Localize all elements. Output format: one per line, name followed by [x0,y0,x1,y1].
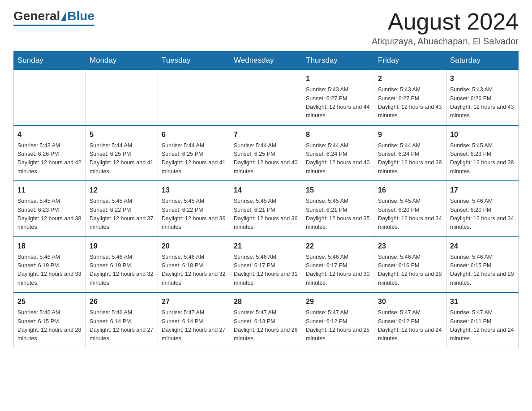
day-info: Sunrise: 5:45 AMSunset: 6:20 PMDaylight:… [378,197,442,232]
calendar-cell: 18Sunrise: 5:46 AMSunset: 6:19 PMDayligh… [14,237,86,293]
day-info: Sunrise: 5:45 AMSunset: 6:21 PMDaylight:… [306,197,370,232]
day-number: 10 [450,129,515,140]
day-info: Sunrise: 5:44 AMSunset: 6:25 PMDaylight:… [234,141,298,176]
day-info: Sunrise: 5:45 AMSunset: 6:22 PMDaylight:… [90,197,154,232]
logo-underline [13,25,94,26]
day-info: Sunrise: 5:47 AMSunset: 6:13 PMDaylight:… [234,308,298,343]
logo-general-text: General [13,9,60,23]
day-info: Sunrise: 5:46 AMSunset: 6:14 PMDaylight:… [90,308,154,343]
day-number: 9 [378,129,442,140]
day-info: Sunrise: 5:46 AMSunset: 6:17 PMDaylight:… [234,253,298,288]
calendar-cell: 4Sunrise: 5:43 AMSunset: 6:26 PMDaylight… [14,125,86,181]
day-info: Sunrise: 5:46 AMSunset: 6:16 PMDaylight:… [378,253,442,288]
calendar-cell: 17Sunrise: 5:46 AMSunset: 6:20 PMDayligh… [446,181,519,237]
day-number: 11 [17,185,82,196]
calendar-cell: 9Sunrise: 5:44 AMSunset: 6:24 PMDaylight… [374,125,446,181]
calendar-cell [86,70,158,125]
day-info: Sunrise: 5:44 AMSunset: 6:25 PMDaylight:… [90,141,154,176]
day-info: Sunrise: 5:44 AMSunset: 6:24 PMDaylight:… [378,141,442,176]
day-number: 27 [162,296,226,307]
calendar-cell: 5Sunrise: 5:44 AMSunset: 6:25 PMDaylight… [86,125,158,181]
calendar-cell: 15Sunrise: 5:45 AMSunset: 6:21 PMDayligh… [302,181,374,237]
day-info: Sunrise: 5:45 AMSunset: 6:23 PMDaylight:… [17,197,82,232]
calendar-cell: 8Sunrise: 5:44 AMSunset: 6:24 PMDaylight… [302,125,374,181]
calendar-cell: 16Sunrise: 5:45 AMSunset: 6:20 PMDayligh… [374,181,446,237]
day-info: Sunrise: 5:43 AMSunset: 6:27 PMDaylight:… [378,86,442,120]
day-info: Sunrise: 5:45 AMSunset: 6:21 PMDaylight:… [234,197,298,232]
calendar-cell: 29Sunrise: 5:47 AMSunset: 6:12 PMDayligh… [302,292,374,348]
day-number: 7 [234,129,298,140]
day-number: 16 [378,185,442,196]
day-number: 2 [378,73,442,84]
day-info: Sunrise: 5:44 AMSunset: 6:24 PMDaylight:… [306,141,370,176]
day-number: 17 [450,185,515,196]
day-info: Sunrise: 5:45 AMSunset: 6:22 PMDaylight:… [162,197,226,232]
day-info: Sunrise: 5:43 AMSunset: 6:26 PMDaylight:… [17,141,82,176]
day-number: 28 [234,296,298,307]
logo-blue-text: Blue [67,9,94,23]
calendar-header-row: SundayMondayTuesdayWednesdayThursdayFrid… [14,51,519,70]
calendar-cell: 2Sunrise: 5:43 AMSunset: 6:27 PMDaylight… [374,70,446,125]
day-info: Sunrise: 5:47 AMSunset: 6:12 PMDaylight:… [306,308,370,343]
week-row-3: 11Sunrise: 5:45 AMSunset: 6:23 PMDayligh… [14,181,519,237]
calendar-cell: 19Sunrise: 5:46 AMSunset: 6:19 PMDayligh… [86,237,158,293]
page-header: General Blue August 2024 Atiquizaya, Ahu… [13,9,519,47]
calendar-table: SundayMondayTuesdayWednesdayThursdayFrid… [13,51,519,348]
day-number: 22 [306,241,370,252]
day-number: 19 [90,241,154,252]
calendar-cell: 21Sunrise: 5:46 AMSunset: 6:17 PMDayligh… [230,237,302,293]
month-title: August 2024 [372,9,519,34]
calendar-cell: 10Sunrise: 5:45 AMSunset: 6:23 PMDayligh… [446,125,519,181]
day-number: 15 [306,185,370,196]
calendar-cell: 26Sunrise: 5:46 AMSunset: 6:14 PMDayligh… [86,292,158,348]
day-number: 6 [162,129,226,140]
day-info: Sunrise: 5:45 AMSunset: 6:23 PMDaylight:… [450,141,515,176]
col-header-friday: Friday [374,51,446,70]
calendar-cell: 31Sunrise: 5:47 AMSunset: 6:11 PMDayligh… [446,292,519,348]
calendar-cell: 6Sunrise: 5:44 AMSunset: 6:25 PMDaylight… [158,125,230,181]
location-subtitle: Atiquizaya, Ahuachapan, El Salvador [372,36,519,47]
day-number: 5 [90,129,154,140]
calendar-cell: 28Sunrise: 5:47 AMSunset: 6:13 PMDayligh… [230,292,302,348]
calendar-cell: 22Sunrise: 5:46 AMSunset: 6:17 PMDayligh… [302,237,374,293]
day-number: 26 [90,296,154,307]
day-number: 30 [378,296,442,307]
day-number: 12 [90,185,154,196]
day-number: 21 [234,241,298,252]
week-row-4: 18Sunrise: 5:46 AMSunset: 6:19 PMDayligh… [14,237,519,293]
day-info: Sunrise: 5:47 AMSunset: 6:11 PMDaylight:… [450,308,515,343]
calendar-cell: 12Sunrise: 5:45 AMSunset: 6:22 PMDayligh… [86,181,158,237]
week-row-5: 25Sunrise: 5:46 AMSunset: 6:15 PMDayligh… [14,292,519,348]
day-number: 8 [306,129,370,140]
day-info: Sunrise: 5:43 AMSunset: 6:27 PMDaylight:… [306,86,370,120]
day-info: Sunrise: 5:46 AMSunset: 6:17 PMDaylight:… [306,253,370,288]
col-header-monday: Monday [86,51,158,70]
day-number: 14 [234,185,298,196]
day-info: Sunrise: 5:46 AMSunset: 6:19 PMDaylight:… [17,253,82,288]
week-row-1: 1Sunrise: 5:43 AMSunset: 6:27 PMDaylight… [14,70,519,125]
calendar-cell [230,70,302,125]
day-info: Sunrise: 5:43 AMSunset: 6:26 PMDaylight:… [450,86,515,120]
day-info: Sunrise: 5:46 AMSunset: 6:20 PMDaylight:… [450,197,515,232]
day-number: 20 [162,241,226,252]
logo-arrow-icon [61,11,66,21]
day-number: 25 [17,296,82,307]
calendar-cell: 24Sunrise: 5:46 AMSunset: 6:15 PMDayligh… [446,237,519,293]
calendar-cell: 3Sunrise: 5:43 AMSunset: 6:26 PMDaylight… [446,70,519,125]
col-header-thursday: Thursday [302,51,374,70]
day-info: Sunrise: 5:46 AMSunset: 6:15 PMDaylight:… [450,253,515,288]
day-number: 18 [17,241,82,252]
day-number: 24 [450,241,515,252]
calendar-cell: 1Sunrise: 5:43 AMSunset: 6:27 PMDaylight… [302,70,374,125]
day-info: Sunrise: 5:44 AMSunset: 6:25 PMDaylight:… [162,141,226,176]
day-number: 23 [378,241,442,252]
calendar-cell: 7Sunrise: 5:44 AMSunset: 6:25 PMDaylight… [230,125,302,181]
col-header-wednesday: Wednesday [230,51,302,70]
title-area: August 2024 Atiquizaya, Ahuachapan, El S… [372,9,519,47]
calendar-cell [14,70,86,125]
calendar-cell: 14Sunrise: 5:45 AMSunset: 6:21 PMDayligh… [230,181,302,237]
col-header-tuesday: Tuesday [158,51,230,70]
day-info: Sunrise: 5:47 AMSunset: 6:12 PMDaylight:… [378,308,442,343]
col-header-sunday: Sunday [14,51,86,70]
day-number: 29 [306,296,370,307]
